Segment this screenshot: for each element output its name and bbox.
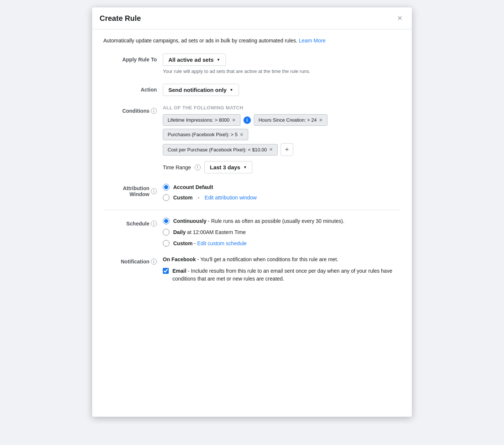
remove-condition-icon[interactable]: ✕ (319, 118, 323, 123)
section-divider (103, 210, 401, 210)
conditions-row: Conditions i ALL of the following match … (103, 105, 401, 173)
conditions-tags-container: Lifetime Impressions: > 8000 ✕ i Hours S… (163, 114, 401, 156)
notification-section: On Facebook - You'll get a notification … (163, 256, 401, 283)
chevron-down-icon: ▼ (217, 58, 220, 62)
time-range-info-icon[interactable]: i (195, 164, 201, 170)
attribution-account-default[interactable]: Account Default (163, 184, 401, 191)
schedule-daily[interactable]: Daily at 12:00AM Eastern Time (163, 229, 401, 236)
action-dropdown[interactable]: Send notification only ▼ (163, 84, 239, 96)
edit-attribution-link[interactable]: Edit attribution window (205, 195, 257, 201)
schedule-continuously[interactable]: Continuously - Rule runs as often as pos… (163, 218, 401, 224)
modal-title: Create Rule (100, 14, 141, 23)
schedule-radio-continuously[interactable] (163, 218, 169, 224)
chevron-down-icon: ▼ (230, 88, 233, 92)
notification-email-row: Email - Include results from this rule t… (163, 267, 401, 283)
apply-rule-label: Apply Rule To (103, 54, 163, 63)
notification-on-fb-text: On Facebook - You'll get a notification … (163, 256, 401, 263)
condition-info-icon-blue[interactable]: i (243, 116, 251, 124)
attribution-window-row: Attribution Window i Account Default Cus… (103, 182, 401, 201)
apply-rule-content: All active ad sets ▼ Your rule will appl… (163, 54, 401, 75)
add-condition-button[interactable]: + (281, 143, 293, 156)
attribution-content: Account Default Custom - Edit attributio… (163, 184, 401, 201)
action-row: Action Send notification only ▼ (103, 84, 401, 96)
attribution-label-container: Attribution Window i (103, 182, 163, 197)
schedule-label-container: Schedule i (103, 218, 163, 227)
intro-text: Automatically update campaigns, ad sets … (103, 37, 401, 45)
remove-condition-icon[interactable]: ✕ (240, 132, 243, 137)
attribution-radio-group: Account Default Custom - Edit attributio… (163, 184, 401, 201)
create-rule-modal: Create Rule × Automatically update campa… (92, 7, 412, 417)
conditions-tag-row-2: Purchases (Facebook Pixel): > 5 ✕ (163, 129, 401, 140)
time-range-label: Time Range (163, 164, 191, 170)
conditions-label-container: Conditions i (103, 105, 163, 114)
notification-row: Notification i On Facebook - You'll get … (103, 256, 401, 283)
notification-label-container: Notification i (103, 256, 163, 265)
condition-tag-impressions[interactable]: Lifetime Impressions: > 8000 ✕ (163, 114, 240, 126)
attribution-radio-account-default[interactable] (163, 184, 169, 191)
close-button[interactable]: × (395, 13, 404, 23)
notification-content: On Facebook - You'll get a notification … (163, 256, 401, 283)
conditions-info-icon[interactable]: i (151, 108, 157, 114)
modal-header: Create Rule × (92, 7, 412, 29)
schedule-row: Schedule i Continuously - Rule runs as o… (103, 218, 401, 247)
conditions-tag-row-3: Cost per Purchase (Facebook Pixel): < $1… (163, 143, 401, 156)
condition-tag-hours[interactable]: Hours Since Creation: > 24 ✕ (254, 114, 327, 126)
conditions-label: Conditions (122, 108, 149, 114)
action-label: Action (103, 84, 163, 93)
condition-tag-purchases[interactable]: Purchases (Facebook Pixel): > 5 ✕ (163, 129, 248, 140)
condition-tag-cost-per-purchase[interactable]: Cost per Purchase (Facebook Pixel): < $1… (163, 144, 278, 156)
schedule-content: Continuously - Rule runs as often as pos… (163, 218, 401, 247)
apply-rule-row: Apply Rule To All active ad sets ▼ Your … (103, 54, 401, 75)
schedule-radio-custom[interactable] (163, 240, 169, 247)
schedule-radio-group: Continuously - Rule runs as often as pos… (163, 218, 401, 247)
schedule-radio-daily[interactable] (163, 229, 169, 236)
chevron-down-icon: ▼ (243, 165, 247, 169)
conditions-tag-row-1: Lifetime Impressions: > 8000 ✕ i Hours S… (163, 114, 401, 126)
modal-body: Automatically update campaigns, ad sets … (92, 29, 412, 303)
apply-rule-helper: Your rule will apply to ad sets that are… (163, 68, 401, 75)
schedule-label: Schedule (126, 221, 149, 227)
attribution-label: Attribution Window (103, 185, 149, 197)
attribution-info-icon[interactable]: i (151, 188, 157, 194)
remove-condition-icon[interactable]: ✕ (269, 147, 273, 152)
schedule-custom[interactable]: Custom - Edit custom schedule (163, 240, 401, 247)
notification-info-icon[interactable]: i (151, 259, 157, 265)
remove-condition-icon[interactable]: ✕ (232, 118, 236, 123)
time-range-row: Time Range i Last 3 days ▼ (163, 161, 401, 173)
attribution-radio-custom[interactable] (163, 194, 169, 201)
time-range-dropdown[interactable]: Last 3 days ▼ (204, 161, 253, 173)
edit-schedule-link[interactable]: Edit custom schedule (197, 240, 247, 246)
apply-rule-dropdown[interactable]: All active ad sets ▼ (163, 54, 226, 66)
schedule-info-icon[interactable]: i (151, 221, 157, 227)
notification-label: Notification (121, 259, 149, 265)
notification-email-checkbox[interactable] (163, 268, 169, 274)
conditions-sublabel: ALL of the following match (163, 105, 401, 111)
conditions-content: ALL of the following match Lifetime Impr… (163, 105, 401, 173)
attribution-custom[interactable]: Custom - Edit attribution window (163, 194, 401, 201)
action-content: Send notification only ▼ (163, 84, 401, 96)
learn-more-link[interactable]: Learn More (299, 38, 326, 44)
